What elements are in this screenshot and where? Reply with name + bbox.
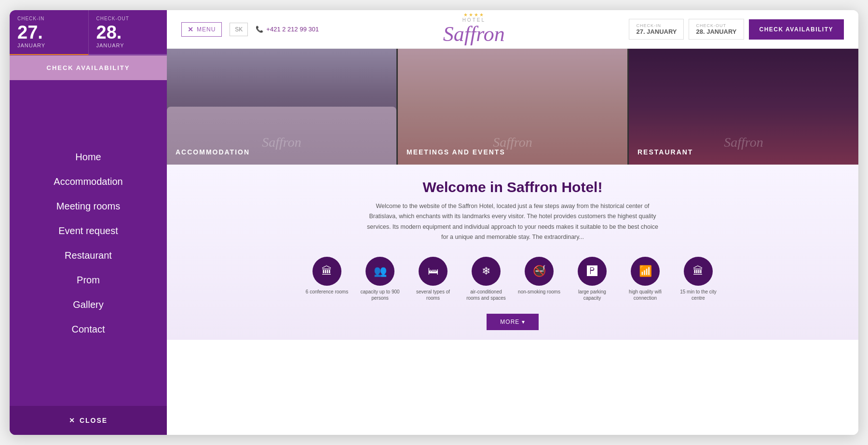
- close-x-icon: ✕: [69, 417, 76, 424]
- checkin-month: JANUARY: [17, 42, 81, 48]
- sidebar-item-gallery[interactable]: Gallery: [10, 292, 167, 317]
- meetings-label: MEETINGS AND EVENTS: [407, 148, 505, 156]
- checkin-day: 27.: [17, 23, 81, 42]
- no-smoke-icon: 🚭: [525, 257, 554, 286]
- checkout-month: JANUARY: [96, 42, 160, 48]
- sidebar-checkin[interactable]: CHECK-IN 27. JANUARY: [10, 10, 89, 55]
- parking-label: large parking capacity: [570, 289, 614, 301]
- ac-label: air-conditioned rooms and spaces: [464, 289, 508, 301]
- phone-number: +421 2 212 99 301: [266, 26, 319, 33]
- feature-wifi: 📶 high quality wifi connection: [624, 257, 667, 301]
- wifi-icon: 📶: [631, 257, 660, 286]
- language-selector[interactable]: SK: [230, 23, 248, 36]
- logo-stars: ★★★★: [443, 12, 505, 17]
- conf-rooms-label: 6 conference rooms: [306, 289, 348, 295]
- welcome-title: Welcome in Saffron Hotel!: [186, 179, 839, 195]
- sidebar: CHECK-IN 27. JANUARY CHECK-OUT 28. JANUA…: [10, 10, 167, 435]
- more-btn-wrap: MORE ▾: [186, 309, 839, 330]
- welcome-section: Welcome in Saffron Hotel! Welcome to the…: [167, 165, 858, 340]
- hero-meetings-card[interactable]: Saffron MEETINGS AND EVENTS: [398, 49, 627, 165]
- restaurant-label: RESTAURANT: [637, 148, 693, 156]
- sidebar-item-contact[interactable]: Contact: [10, 317, 167, 342]
- header-checkin-val: 27. JANUARY: [636, 28, 677, 35]
- header-checkin-label: CHECK-IN: [636, 23, 677, 28]
- feature-conf-rooms: 🏛 6 conference rooms: [305, 257, 349, 301]
- sidebar-nav: Home Accommodation Meeting rooms Event r…: [10, 80, 167, 406]
- header-checkout-val: 28. JANUARY: [696, 28, 736, 35]
- capacity-icon: 👥: [366, 257, 394, 286]
- parking-icon: 🅿: [578, 257, 607, 286]
- sidebar-date-picker: CHECK-IN 27. JANUARY CHECK-OUT 28. JANUA…: [10, 10, 167, 56]
- logo-name: Saffron: [443, 23, 505, 46]
- distance-icon: 🏛: [684, 257, 713, 286]
- close-label: CLOSE: [80, 417, 108, 424]
- feature-ac: ❄ air-conditioned rooms and spaces: [464, 257, 508, 301]
- distance-label: 15 min to the city centre: [677, 289, 720, 301]
- header: ✕ MENU SK 📞 +421 2 212 99 301 ★★★★ HOTEL…: [167, 10, 858, 49]
- capacity-label: capacity up to 900 persons: [358, 289, 402, 301]
- header-right: CHECK-IN 27. JANUARY CHECK-OUT 28. JANUA…: [629, 19, 844, 40]
- menu-label: MENU: [197, 26, 216, 33]
- header-checkin-box[interactable]: CHECK-IN 27. JANUARY: [629, 19, 684, 40]
- hero-section: Saffron ACCOMMODATION Saffron MEETINGS A…: [167, 49, 858, 165]
- header-check-availability-button[interactable]: CHECK AVAILABILITY: [749, 19, 844, 40]
- features-row: 🏛 6 conference rooms 👥 capacity up to 90…: [186, 252, 839, 309]
- no-smoke-label: non-smoking rooms: [518, 289, 560, 295]
- accommodation-label: ACCOMMODATION: [176, 148, 250, 156]
- conf-rooms-icon: 🏛: [312, 257, 341, 286]
- menu-button[interactable]: ✕ MENU: [181, 22, 222, 37]
- phone-link[interactable]: 📞 +421 2 212 99 301: [256, 26, 319, 33]
- sidebar-item-home[interactable]: Home: [10, 145, 167, 169]
- menu-x-icon: ✕: [188, 26, 194, 33]
- sidebar-item-restaurant[interactable]: Restaurant: [10, 243, 167, 268]
- sidebar-item-meeting-rooms[interactable]: Meeting rooms: [10, 194, 167, 219]
- checkout-label: CHECK-OUT: [96, 16, 160, 21]
- room-types-icon: 🛏: [419, 257, 448, 286]
- sidebar-item-accommodation[interactable]: Accommodation: [10, 169, 167, 194]
- checkin-label: CHECK-IN: [17, 16, 81, 21]
- feature-capacity: 👥 capacity up to 900 persons: [358, 257, 402, 301]
- feature-room-types: 🛏 several types of rooms: [411, 257, 455, 301]
- room-types-label: several types of rooms: [411, 289, 455, 301]
- more-button[interactable]: MORE ▾: [487, 314, 538, 330]
- main-content: ✕ MENU SK 📞 +421 2 212 99 301 ★★★★ HOTEL…: [167, 10, 858, 435]
- sidebar-check-availability-button[interactable]: CHECK AVAILABILITY: [10, 56, 167, 80]
- feature-no-smoke: 🚭 non-smoking rooms: [517, 257, 561, 301]
- feature-parking: 🅿 large parking capacity: [570, 257, 614, 301]
- checkout-day: 28.: [96, 23, 160, 42]
- header-checkout-label: CHECK-OUT: [696, 23, 736, 28]
- feature-distance: 🏛 15 min to the city centre: [677, 257, 720, 301]
- accommodation-watermark: Saffron: [262, 135, 301, 150]
- sidebar-close-button[interactable]: ✕ CLOSE: [10, 406, 167, 435]
- hero-accommodation-card[interactable]: Saffron ACCOMMODATION: [167, 49, 396, 165]
- ac-icon: ❄: [472, 257, 501, 286]
- hotel-logo: ★★★★ HOTEL Saffron: [443, 12, 505, 46]
- sidebar-item-prom[interactable]: Prom: [10, 268, 167, 292]
- header-checkout-box[interactable]: CHECK-OUT 28. JANUARY: [689, 19, 744, 40]
- wifi-label: high quality wifi connection: [624, 289, 667, 301]
- header-left: ✕ MENU SK 📞 +421 2 212 99 301: [181, 22, 319, 37]
- restaurant-watermark: Saffron: [724, 135, 763, 150]
- sidebar-checkout[interactable]: CHECK-OUT 28. JANUARY: [89, 10, 167, 55]
- hero-restaurant-card[interactable]: Saffron RESTAURANT: [629, 49, 858, 165]
- sidebar-item-event-request[interactable]: Event request: [10, 219, 167, 243]
- phone-icon: 📞: [256, 26, 263, 33]
- welcome-text: Welcome to the website of the Saffron Ho…: [363, 201, 662, 242]
